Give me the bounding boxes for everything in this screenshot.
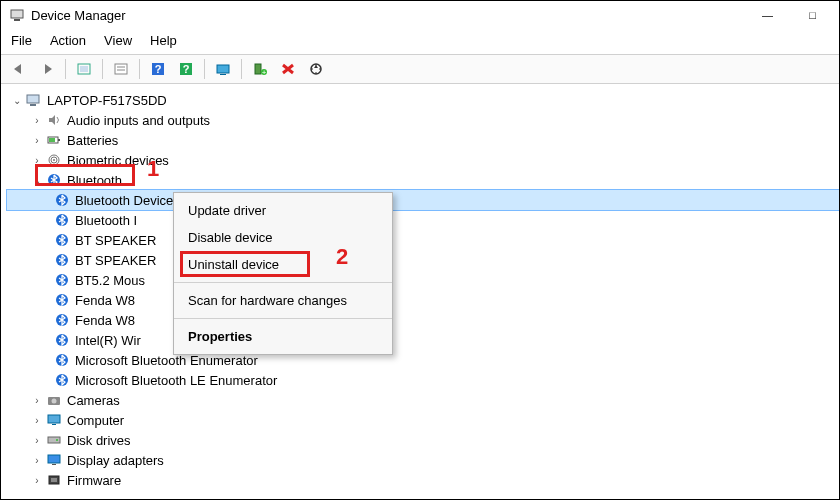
window-title: Device Manager [31,8,745,23]
minimize-button[interactable]: — [745,1,790,29]
tree-category[interactable]: › Audio inputs and outputs [7,110,839,130]
back-button[interactable] [7,58,31,80]
scan-button[interactable] [304,58,328,80]
svg-text:?: ? [155,63,162,75]
chevron-right-icon[interactable]: › [31,155,43,166]
tree-item[interactable]: BT SPEAKER [7,230,839,250]
svg-rect-1 [14,19,20,21]
tree-item[interactable]: Microsoft Bluetooth Enumerator [7,350,839,370]
tree-category[interactable]: › Batteries [7,130,839,150]
tree-item-label: Fenda W8 [75,313,135,328]
show-hidden-button[interactable] [72,58,96,80]
bluetooth-icon [53,253,71,267]
cm-uninstall-device[interactable]: Uninstall device [174,251,392,278]
chevron-right-icon[interactable]: › [31,415,43,426]
update-driver-button[interactable] [211,58,235,80]
tree-item[interactable]: BT5.2 Mous [7,270,839,290]
cm-disable-device[interactable]: Disable device [174,224,392,251]
chevron-right-icon[interactable]: › [31,135,43,146]
toolbar-separator [139,59,140,79]
cm-separator [174,282,392,283]
svg-point-24 [53,159,55,161]
cm-update-driver[interactable]: Update driver [174,197,392,224]
menu-action[interactable]: Action [48,31,88,50]
tree-category[interactable]: › Computer [7,410,839,430]
toolbar-separator [241,59,242,79]
battery-icon [45,134,63,146]
bluetooth-icon [53,333,71,347]
cm-properties[interactable]: Properties [174,323,392,350]
svg-rect-12 [220,74,226,75]
chevron-right-icon[interactable]: › [31,475,43,486]
camera-icon [45,394,63,406]
svg-rect-20 [58,139,60,141]
toolbar: ? ? + [1,55,839,84]
svg-rect-38 [48,415,60,423]
tree-category-label: Biometric devices [67,153,169,168]
bluetooth-icon [53,233,71,247]
tree-item[interactable]: Fenda W8 [7,290,839,310]
tree-category-bluetooth[interactable]: ⌄ Bluetooth [7,170,839,190]
help2-button[interactable]: ? [174,58,198,80]
tree-category-label: Batteries [67,133,118,148]
tree-item-label: BT SPEAKER [75,253,156,268]
firmware-icon [45,474,63,486]
svg-rect-43 [52,464,56,465]
add-legacy-button[interactable]: + [248,58,272,80]
chevron-right-icon[interactable]: › [31,455,43,466]
tree-item-label: Fenda W8 [75,293,135,308]
svg-rect-18 [30,104,36,106]
display-icon [45,454,63,466]
cm-scan-hardware[interactable]: Scan for hardware changes [174,287,392,314]
help-button[interactable]: ? [146,58,170,80]
svg-text:+: + [262,68,267,76]
tree-category[interactable]: › Cameras [7,390,839,410]
tree-category[interactable]: › Biometric devices [7,150,839,170]
tree-category[interactable]: › Firmware [7,470,839,490]
svg-rect-0 [11,10,23,18]
tree-category[interactable]: › Display adapters [7,450,839,470]
svg-rect-21 [49,138,55,142]
chevron-down-icon[interactable]: ⌄ [11,95,23,106]
menu-view[interactable]: View [102,31,134,50]
maximize-button[interactable]: □ [790,1,835,29]
tree-category-label: Firmware [67,473,121,488]
tree-item[interactable]: BT SPEAKER [7,250,839,270]
tree-item[interactable]: Bluetooth I [7,210,839,230]
forward-button[interactable] [35,58,59,80]
svg-rect-13 [255,64,261,74]
tree-item[interactable]: Intel(R) Wir [7,330,839,350]
tree-root-label: LAPTOP-F517S5DD [47,93,167,108]
tree-category-label: Computer [67,413,124,428]
svg-rect-11 [217,65,229,73]
svg-rect-39 [52,424,56,425]
menu-help[interactable]: Help [148,31,179,50]
tree-item[interactable]: Bluetooth Device (RFCOMM Protocol TDI) [7,190,839,210]
computer-icon [45,414,63,426]
bluetooth-icon [53,373,71,387]
computer-icon [25,93,43,107]
tree-item-label: Bluetooth I [75,213,137,228]
tree-category[interactable]: › Disk drives [7,430,839,450]
window-controls: — □ [745,1,835,29]
svg-rect-42 [48,455,60,463]
menu-file[interactable]: File [9,31,34,50]
chevron-right-icon[interactable]: › [31,395,43,406]
uninstall-button[interactable] [276,58,300,80]
tree-category-label: Display adapters [67,453,164,468]
bluetooth-icon [45,173,63,187]
tree-item[interactable]: Fenda W8 [7,310,839,330]
bluetooth-icon [53,313,71,327]
audio-icon [45,113,63,127]
tree-category-label: Bluetooth [67,173,122,188]
disk-icon [45,434,63,446]
toolbar-separator [102,59,103,79]
svg-rect-40 [48,437,60,443]
tree-item[interactable]: Microsoft Bluetooth LE Enumerator [7,370,839,390]
tree-item-label: Intel(R) Wir [75,333,141,348]
properties-button[interactable] [109,58,133,80]
chevron-down-icon[interactable]: ⌄ [31,175,43,186]
chevron-right-icon[interactable]: › [31,115,43,126]
chevron-right-icon[interactable]: › [31,435,43,446]
tree-root[interactable]: ⌄ LAPTOP-F517S5DD [7,90,839,110]
